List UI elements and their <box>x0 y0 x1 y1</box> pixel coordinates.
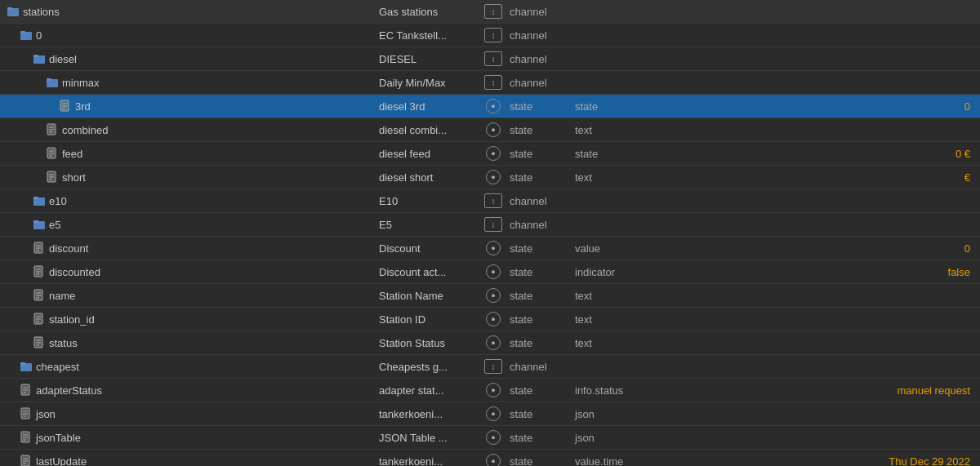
item-label: adapter stat... <box>379 384 477 397</box>
channel-icon: ↕ <box>484 193 502 208</box>
file-icon <box>33 289 46 302</box>
file-icon <box>20 407 33 420</box>
item-name: jsonTable <box>36 432 81 444</box>
item-name: lastUpdate <box>36 455 87 467</box>
folder-icon <box>20 29 33 42</box>
item-role: text <box>575 171 657 184</box>
table-row[interactable]: dieselDIESEL↕channel <box>0 47 980 71</box>
file-icon <box>59 100 72 113</box>
table-row[interactable]: statusStation Status●statetext <box>0 331 980 355</box>
table-row[interactable]: e10E10↕channel <box>0 189 980 213</box>
table-row[interactable]: station_idStation ID●statetext <box>0 308 980 331</box>
item-role: value.time <box>575 455 657 467</box>
table-row[interactable]: discountDiscount●statevalue0 <box>0 237 980 260</box>
item-label: Station Status <box>379 337 477 349</box>
item-type: state <box>510 124 575 136</box>
item-name: diesel <box>49 53 77 65</box>
item-type: state <box>510 242 575 255</box>
item-label: Station ID <box>379 313 477 326</box>
item-role: indicator <box>575 266 657 278</box>
item-type: state <box>510 408 575 420</box>
item-label: tankerkoeni... <box>379 455 477 467</box>
item-role: value <box>575 242 657 255</box>
file-icon <box>33 242 46 255</box>
item-label: DIESEL <box>379 53 477 65</box>
state-icon: ● <box>486 335 501 350</box>
table-row[interactable]: jsontankerkoeni...●statejson <box>0 402 980 426</box>
item-label: EC Tankstell... <box>379 29 477 42</box>
svg-rect-3 <box>20 31 25 33</box>
item-name: adapterStatus <box>36 384 102 397</box>
item-name: discounted <box>49 266 100 278</box>
item-label: E5 <box>379 219 477 231</box>
item-type: channel <box>510 6 575 18</box>
item-type: state <box>510 290 575 302</box>
table-row[interactable]: shortdiesel short●statetext€ <box>0 166 980 189</box>
item-name: 0 <box>36 29 42 42</box>
folder-icon <box>20 360 33 373</box>
table-row[interactable]: discountedDiscount act...●stateindicator… <box>0 260 980 284</box>
item-role: json <box>575 432 657 444</box>
item-type: state <box>510 266 575 278</box>
item-type: state <box>510 313 575 326</box>
table-row[interactable]: e5E5↕channel <box>0 213 980 237</box>
table-row[interactable]: 0EC Tankstell...↕channel <box>0 24 980 47</box>
item-role: text <box>575 290 657 302</box>
item-type: channel <box>510 29 575 42</box>
table-row[interactable]: combineddiesel combi...●statetext <box>0 118 980 142</box>
item-label: Cheapests g... <box>379 361 477 373</box>
item-role: json <box>575 408 657 420</box>
channel-icon: ↕ <box>484 4 502 19</box>
item-type: state <box>510 171 575 184</box>
table-row[interactable]: 3rddiesel 3rd●statestate0 <box>0 95 980 118</box>
folder-icon <box>46 76 59 89</box>
folder-icon <box>33 218 46 231</box>
item-label: Gas stations <box>379 6 477 18</box>
table-row[interactable]: feeddiesel feed●statestate0 € <box>0 142 980 166</box>
item-label: Station Name <box>379 290 477 302</box>
item-value: 0 <box>657 100 977 113</box>
file-icon <box>46 171 59 184</box>
table-row[interactable]: cheapestCheapests g...↕channel <box>0 355 980 379</box>
state-icon: ● <box>486 99 501 113</box>
item-type: channel <box>510 219 575 231</box>
channel-icon: ↕ <box>484 28 502 42</box>
item-value: 0 € <box>657 148 977 160</box>
table-row[interactable]: lastUpdatetankerkoeni...●statevalue.time… <box>0 450 980 466</box>
state-icon: ● <box>486 430 501 445</box>
item-label: Daily Min/Max <box>379 77 477 89</box>
file-icon <box>33 313 46 326</box>
item-name: discount <box>49 242 88 255</box>
item-label: diesel combi... <box>379 124 477 136</box>
state-icon: ● <box>486 312 501 326</box>
svg-rect-29 <box>33 197 38 199</box>
table-row[interactable]: adapterStatusadapter stat...●stateinfo.s… <box>0 379 980 402</box>
item-label: diesel 3rd <box>379 100 477 113</box>
table-row[interactable]: nameStation Name●statetext <box>0 284 980 308</box>
state-icon: ● <box>486 454 501 466</box>
table-row[interactable]: minmaxDaily Min/Max↕channel <box>0 71 980 95</box>
folder-icon <box>7 5 20 18</box>
file-icon <box>33 336 46 349</box>
main-table: stationsGas stations↕channel 0EC Tankste… <box>0 0 980 466</box>
item-value: € <box>657 171 977 184</box>
state-icon: ● <box>486 406 501 421</box>
table-row[interactable]: jsonTableJSON Table ...●statejson <box>0 426 980 450</box>
item-type: state <box>510 455 575 467</box>
item-label: JSON Table ... <box>379 432 477 444</box>
table-row[interactable]: stationsGas stations↕channel <box>0 0 980 24</box>
state-icon: ● <box>486 264 501 279</box>
item-type: state <box>510 337 575 349</box>
item-label: E10 <box>379 195 477 207</box>
file-icon <box>33 265 46 278</box>
item-value: Thu Dec 29 2022 <box>657 455 977 467</box>
item-label: tankerkoeni... <box>379 408 477 420</box>
folder-icon <box>33 52 46 65</box>
item-name: 3rd <box>75 100 91 113</box>
channel-icon: ↕ <box>484 51 502 66</box>
item-label: diesel feed <box>379 148 477 160</box>
state-icon: ● <box>486 288 501 303</box>
item-name: json <box>36 408 56 420</box>
item-role: text <box>575 124 657 136</box>
item-type: state <box>510 432 575 444</box>
